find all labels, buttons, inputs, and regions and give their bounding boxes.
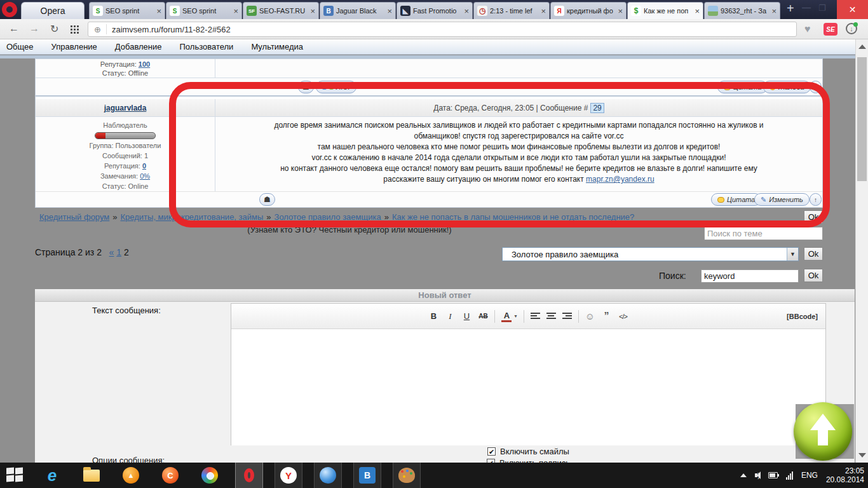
browser-tab-4[interactable]: ◣Fast Promotio× — [397, 2, 473, 19]
window-close-button[interactable]: ✕ — [837, 0, 868, 19]
volume-control[interactable]: ) — [755, 471, 760, 479]
breadcrumb-forum-link[interactable]: Кредитный форум — [39, 212, 109, 222]
window-maximize-button[interactable]: ❐ — [818, 3, 826, 13]
tab-favicon: B — [323, 6, 334, 16]
page-scrollbar[interactable] — [855, 39, 868, 463]
align-right-button[interactable] — [562, 313, 572, 320]
tab-close-icon[interactable]: × — [771, 6, 776, 16]
url-field[interactable]: ⊕ zaimvsem.ru/forum/11-82-2#562 — [88, 22, 797, 37]
user-remarks-link[interactable]: 0% — [140, 172, 150, 180]
taskbar-blue-sphere-app[interactable] — [314, 463, 342, 488]
tab-close-icon[interactable]: × — [387, 6, 392, 16]
menu-item-multimedia[interactable]: Мультимедиа — [251, 42, 303, 51]
tab-close-icon[interactable]: × — [156, 6, 161, 16]
battery-icon[interactable] — [768, 472, 778, 478]
new-tab-button[interactable]: + — [787, 1, 794, 16]
taskbar-orange-app[interactable]: ▲ — [117, 463, 145, 488]
align-center-button[interactable] — [546, 313, 556, 320]
post-author-link[interactable]: jaguarvlada — [104, 104, 147, 112]
tab-close-icon[interactable]: × — [618, 6, 623, 16]
quote-insert-button[interactable]: ” — [602, 311, 612, 322]
edit-button[interactable]: ✎ Изменить — [754, 193, 810, 206]
bookmark-heart-icon[interactable]: ♥ — [804, 24, 811, 35]
scroll-post-up-button[interactable]: ↑ — [810, 193, 822, 206]
italic-button[interactable]: I — [445, 311, 455, 322]
contact-email-link[interactable]: mapr.zn@yandex.ru — [586, 175, 654, 184]
taskbar-colorful-browser[interactable] — [196, 463, 224, 488]
pagination-prev-link[interactable]: « — [109, 247, 114, 257]
bold-button[interactable]: B — [428, 311, 438, 321]
window-minimize-button[interactable]: — — [802, 3, 811, 13]
browser-tab-8[interactable]: 93632_rht - За× — [704, 2, 780, 19]
taskbar-file-explorer[interactable] — [78, 463, 105, 488]
profile-button-post[interactable]: ☗ — [259, 193, 275, 206]
menu-item-obshchee[interactable]: Общее — [6, 42, 34, 51]
menu-item-upravlenie[interactable]: Управление — [51, 42, 97, 51]
taskbar-internet-explorer[interactable]: e — [38, 463, 66, 488]
profile-button[interactable]: ☗ — [298, 81, 314, 93]
scroll-to-top-button[interactable] — [794, 402, 852, 461]
browser-tab-0[interactable]: SSEO sprint× — [89, 2, 165, 19]
download-icon[interactable]: ↓ — [846, 23, 857, 34]
taskbar-clock[interactable]: 23:05 20.08.2014 — [826, 466, 864, 484]
code-insert-button[interactable]: </> — [618, 313, 628, 320]
reload-button[interactable]: ↻ — [50, 23, 58, 35]
breadcrumb-topic-group-link[interactable]: Золотое правило заемщика — [275, 212, 381, 222]
browser-tab-2[interactable]: SFSEO-FAST.RU× — [243, 2, 319, 19]
taskbar-yandex-browser[interactable]: Y — [275, 463, 302, 488]
taskbar-opera[interactable] — [235, 463, 263, 488]
menu-item-dobavlenie[interactable]: Добавление — [115, 42, 162, 51]
post-number-link[interactable]: 29 — [590, 103, 604, 113]
font-color-button[interactable]: A — [501, 311, 512, 322]
scrollbar-thumb[interactable] — [857, 57, 867, 181]
topic-jump-ok-button[interactable]: Ok — [804, 247, 823, 261]
menu-item-polzovateli[interactable]: Пользователи — [180, 42, 234, 51]
language-indicator[interactable]: ENG — [801, 471, 818, 480]
se-extension-icon[interactable]: SE — [824, 23, 837, 36]
browser-tab-6[interactable]: Якредитный фо× — [550, 2, 627, 19]
topic-jump-select[interactable]: Золотое правило заемщика ▼ — [502, 247, 799, 261]
smiley-button[interactable]: ☺ — [585, 311, 595, 322]
message-textarea[interactable] — [231, 330, 825, 445]
scroll-post-up-button[interactable]: ↑ — [810, 81, 822, 93]
topic-search-input[interactable] — [704, 227, 823, 240]
topic-search-ok-button[interactable]: Ok — [804, 210, 823, 224]
breadcrumb-section-link[interactable]: Кредиты, микрокредитование, займы — [120, 212, 263, 222]
tab-close-icon[interactable]: × — [310, 6, 315, 16]
tab-close-icon[interactable]: × — [464, 6, 469, 16]
taskbar-flame-browser[interactable]: C — [156, 463, 184, 488]
private-message-button[interactable]: Л.С. — [316, 81, 356, 93]
tab-close-icon[interactable]: × — [233, 6, 238, 16]
prev-reputation-link[interactable]: 100 — [139, 60, 150, 68]
pagination-page1-link[interactable]: 1 — [116, 247, 121, 257]
tab-close-icon[interactable]: × — [695, 6, 700, 16]
scrollbar-down-arrow[interactable] — [858, 453, 866, 458]
tab-close-icon[interactable]: × — [541, 6, 546, 16]
browser-tab-7[interactable]: $Как же не поп× — [627, 2, 703, 19]
back-button[interactable]: ← — [9, 23, 19, 34]
hidden-icons-caret[interactable] — [740, 473, 747, 477]
windows-start-button[interactable] — [6, 468, 25, 483]
taskbar-vk-app[interactable]: В — [353, 463, 381, 488]
search-ok-button[interactable]: Ok — [804, 269, 823, 282]
align-left-button[interactable] — [531, 313, 540, 320]
enable-smiles-checkbox[interactable]: ✔ — [487, 447, 496, 456]
search-input[interactable] — [701, 269, 799, 283]
browser-tab-3[interactable]: BJaguar Black× — [320, 2, 396, 19]
taskbar-paint-app[interactable] — [393, 463, 421, 488]
network-signal-icon[interactable] — [786, 471, 793, 480]
underline-button[interactable]: U — [461, 311, 471, 321]
quote-button-prev[interactable]: Цитата — [717, 81, 768, 93]
opera-menu-button[interactable]: Opera — [21, 2, 85, 19]
breadcrumb-thread-link[interactable]: Как же не попасть в лапы мошенников и не… — [392, 212, 634, 222]
report-button[interactable]: ! Жалоба — [763, 81, 811, 93]
url-text[interactable]: zaimvsem.ru/forum/11-82-2#562 — [112, 25, 231, 34]
chevron-down-icon[interactable]: ▼ — [787, 248, 798, 261]
strikethrough-button[interactable]: AB — [478, 313, 488, 320]
browser-tab-1[interactable]: SSEO sprint× — [166, 2, 242, 19]
forward-button[interactable]: → — [29, 23, 39, 34]
user-reputation-link[interactable]: 0 — [142, 162, 146, 170]
browser-tab-5[interactable]: ◷2:13 - time lef× — [473, 2, 550, 19]
scrollbar-up-arrow[interactable] — [858, 44, 866, 49]
speed-dial-icon[interactable] — [70, 25, 79, 34]
